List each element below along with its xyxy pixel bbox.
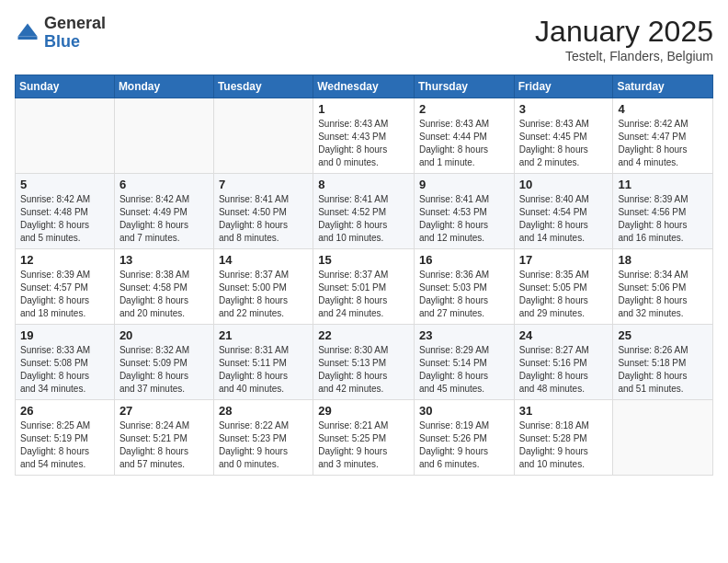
day-of-week-header: Sunday <box>16 75 115 98</box>
calendar-week-row: 1Sunrise: 8:43 AM Sunset: 4:43 PM Daylig… <box>16 98 713 174</box>
day-info: Sunrise: 8:39 AM Sunset: 4:57 PM Dayligh… <box>20 269 109 320</box>
day-number: 6 <box>119 178 209 191</box>
day-number: 30 <box>419 404 509 418</box>
day-number: 4 <box>618 102 708 116</box>
day-of-week-header: Saturday <box>613 75 713 98</box>
day-number: 15 <box>318 253 409 267</box>
day-info: Sunrise: 8:33 AM Sunset: 5:08 PM Dayligh… <box>20 344 109 396</box>
calendar-cell: 5Sunrise: 8:42 AM Sunset: 4:48 PM Daylig… <box>16 174 115 249</box>
calendar-cell: 8Sunrise: 8:41 AM Sunset: 4:52 PM Daylig… <box>313 174 415 249</box>
logo-general: General <box>44 14 106 32</box>
day-of-week-header: Wednesday <box>313 75 415 98</box>
day-number: 18 <box>618 253 708 267</box>
calendar-header-row: SundayMondayTuesdayWednesdayThursdayFrid… <box>16 75 713 98</box>
calendar-cell: 20Sunrise: 8:32 AM Sunset: 5:09 PM Dayli… <box>114 325 213 400</box>
day-info: Sunrise: 8:41 AM Sunset: 4:53 PM Dayligh… <box>419 193 509 245</box>
day-info: Sunrise: 8:22 AM Sunset: 5:23 PM Dayligh… <box>219 419 308 471</box>
day-of-week-header: Tuesday <box>213 75 313 98</box>
day-info: Sunrise: 8:37 AM Sunset: 5:00 PM Dayligh… <box>219 269 308 320</box>
calendar-cell: 29Sunrise: 8:21 AM Sunset: 5:25 PM Dayli… <box>313 400 415 476</box>
logo-icon <box>15 20 40 46</box>
calendar-cell: 30Sunrise: 8:19 AM Sunset: 5:26 PM Dayli… <box>414 400 514 476</box>
calendar-cell: 18Sunrise: 8:34 AM Sunset: 5:06 PM Dayli… <box>613 249 713 325</box>
location: Testelt, Flanders, Belgium <box>535 49 713 63</box>
day-of-week-header: Thursday <box>414 75 514 98</box>
day-number: 26 <box>20 404 109 418</box>
day-info: Sunrise: 8:24 AM Sunset: 5:21 PM Dayligh… <box>119 419 209 471</box>
day-info: Sunrise: 8:38 AM Sunset: 4:58 PM Dayligh… <box>119 269 209 320</box>
day-info: Sunrise: 8:21 AM Sunset: 5:25 PM Dayligh… <box>318 419 409 471</box>
day-info: Sunrise: 8:41 AM Sunset: 4:52 PM Dayligh… <box>318 193 409 245</box>
day-number: 23 <box>419 328 509 342</box>
calendar-cell: 3Sunrise: 8:43 AM Sunset: 4:45 PM Daylig… <box>514 98 613 174</box>
logo-blue: Blue <box>44 32 80 51</box>
day-info: Sunrise: 8:25 AM Sunset: 5:19 PM Dayligh… <box>20 419 109 471</box>
day-of-week-header: Friday <box>514 75 613 98</box>
calendar-cell: 7Sunrise: 8:41 AM Sunset: 4:50 PM Daylig… <box>213 174 313 249</box>
day-info: Sunrise: 8:32 AM Sunset: 5:09 PM Dayligh… <box>119 344 209 396</box>
day-number: 2 <box>419 102 509 116</box>
day-number: 22 <box>318 328 409 342</box>
svg-rect-1 <box>18 36 38 40</box>
day-info: Sunrise: 8:43 AM Sunset: 4:43 PM Dayligh… <box>318 118 409 169</box>
logo: General Blue <box>15 15 106 52</box>
day-number: 21 <box>219 328 308 342</box>
day-number: 24 <box>519 328 609 342</box>
day-number: 7 <box>219 178 308 191</box>
calendar-cell: 15Sunrise: 8:37 AM Sunset: 5:01 PM Dayli… <box>313 249 415 325</box>
day-info: Sunrise: 8:35 AM Sunset: 5:05 PM Dayligh… <box>519 269 609 320</box>
calendar-cell: 9Sunrise: 8:41 AM Sunset: 4:53 PM Daylig… <box>414 174 514 249</box>
day-number: 8 <box>318 178 409 191</box>
day-number: 9 <box>419 178 509 191</box>
calendar-cell: 21Sunrise: 8:31 AM Sunset: 5:11 PM Dayli… <box>213 325 313 400</box>
day-number: 17 <box>519 253 609 267</box>
calendar-cell: 13Sunrise: 8:38 AM Sunset: 4:58 PM Dayli… <box>114 249 213 325</box>
calendar-cell: 12Sunrise: 8:39 AM Sunset: 4:57 PM Dayli… <box>16 249 115 325</box>
day-info: Sunrise: 8:43 AM Sunset: 4:45 PM Dayligh… <box>519 118 609 169</box>
calendar-cell: 4Sunrise: 8:42 AM Sunset: 4:47 PM Daylig… <box>613 98 713 174</box>
day-info: Sunrise: 8:29 AM Sunset: 5:14 PM Dayligh… <box>419 344 509 396</box>
calendar-cell: 6Sunrise: 8:42 AM Sunset: 4:49 PM Daylig… <box>114 174 213 249</box>
calendar-week-row: 5Sunrise: 8:42 AM Sunset: 4:48 PM Daylig… <box>16 174 713 249</box>
calendar-week-row: 26Sunrise: 8:25 AM Sunset: 5:19 PM Dayli… <box>16 400 713 476</box>
day-number: 20 <box>119 328 209 342</box>
day-number: 3 <box>519 102 609 116</box>
day-info: Sunrise: 8:42 AM Sunset: 4:49 PM Dayligh… <box>119 193 209 245</box>
day-info: Sunrise: 8:26 AM Sunset: 5:18 PM Dayligh… <box>618 344 708 396</box>
calendar-cell: 10Sunrise: 8:40 AM Sunset: 4:54 PM Dayli… <box>514 174 613 249</box>
calendar-cell: 19Sunrise: 8:33 AM Sunset: 5:08 PM Dayli… <box>16 325 115 400</box>
day-number: 10 <box>519 178 609 191</box>
day-info: Sunrise: 8:31 AM Sunset: 5:11 PM Dayligh… <box>219 344 308 396</box>
day-number: 16 <box>419 253 509 267</box>
calendar-week-row: 19Sunrise: 8:33 AM Sunset: 5:08 PM Dayli… <box>16 325 713 400</box>
day-info: Sunrise: 8:43 AM Sunset: 4:44 PM Dayligh… <box>419 118 509 169</box>
calendar-cell <box>16 98 115 174</box>
calendar-cell: 1Sunrise: 8:43 AM Sunset: 4:43 PM Daylig… <box>313 98 415 174</box>
day-number: 11 <box>618 178 708 191</box>
calendar-cell: 14Sunrise: 8:37 AM Sunset: 5:00 PM Dayli… <box>213 249 313 325</box>
calendar-cell <box>613 400 713 476</box>
calendar-cell: 31Sunrise: 8:18 AM Sunset: 5:28 PM Dayli… <box>514 400 613 476</box>
calendar-cell <box>213 98 313 174</box>
title-block: January 2025 Testelt, Flanders, Belgium <box>535 15 713 63</box>
calendar-table: SundayMondayTuesdayWednesdayThursdayFrid… <box>15 75 713 476</box>
day-info: Sunrise: 8:34 AM Sunset: 5:06 PM Dayligh… <box>618 269 708 320</box>
calendar-week-row: 12Sunrise: 8:39 AM Sunset: 4:57 PM Dayli… <box>16 249 713 325</box>
day-number: 28 <box>219 404 308 418</box>
day-number: 14 <box>219 253 308 267</box>
day-number: 27 <box>119 404 209 418</box>
day-info: Sunrise: 8:41 AM Sunset: 4:50 PM Dayligh… <box>219 193 308 245</box>
day-of-week-header: Monday <box>114 75 213 98</box>
calendar-cell: 17Sunrise: 8:35 AM Sunset: 5:05 PM Dayli… <box>514 249 613 325</box>
day-info: Sunrise: 8:30 AM Sunset: 5:13 PM Dayligh… <box>318 344 409 396</box>
calendar-cell: 23Sunrise: 8:29 AM Sunset: 5:14 PM Dayli… <box>414 325 514 400</box>
day-number: 5 <box>20 178 109 191</box>
logo-text: General Blue <box>44 15 106 52</box>
svg-marker-0 <box>18 23 38 36</box>
calendar-cell: 25Sunrise: 8:26 AM Sunset: 5:18 PM Dayli… <box>613 325 713 400</box>
day-number: 1 <box>318 102 409 116</box>
day-info: Sunrise: 8:19 AM Sunset: 5:26 PM Dayligh… <box>419 419 509 471</box>
day-info: Sunrise: 8:39 AM Sunset: 4:56 PM Dayligh… <box>618 193 708 245</box>
calendar-cell: 11Sunrise: 8:39 AM Sunset: 4:56 PM Dayli… <box>613 174 713 249</box>
day-number: 12 <box>20 253 109 267</box>
